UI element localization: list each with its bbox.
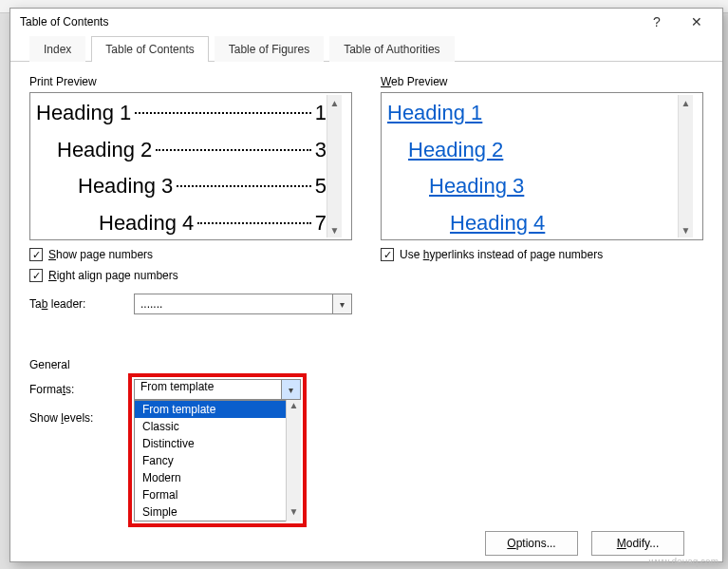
formats-option[interactable]: From template: [135, 401, 300, 418]
right-align-row[interactable]: ✓ Right align page numbers: [29, 269, 352, 282]
chevron-down-icon[interactable]: ▾: [281, 380, 300, 399]
web-link[interactable]: Heading 4: [387, 205, 678, 241]
formats-option[interactable]: Formal: [135, 486, 300, 503]
web-preview-scrollbar[interactable]: ▲▼: [678, 95, 693, 237]
right-align-label: Right align page numbers: [48, 269, 178, 282]
web-link[interactable]: Heading 1: [387, 95, 678, 132]
tab-leader-label: Tab leader:: [29, 297, 124, 311]
tab-leader-combo[interactable]: ....... ▾: [134, 294, 352, 314]
formats-option[interactable]: Fancy: [135, 452, 300, 469]
print-row: Heading 11: [36, 95, 327, 132]
tab-authorities[interactable]: Table of Authorities: [329, 36, 454, 62]
tab-index[interactable]: Index: [29, 36, 85, 62]
use-hyperlinks-checkbox[interactable]: ✓: [381, 248, 394, 261]
tabstrip: Index Table of Contents Table of Figures…: [10, 35, 722, 62]
titlebar: Table of Contents ? ✕: [10, 9, 722, 35]
show-page-numbers-checkbox[interactable]: ✓: [29, 248, 43, 261]
print-preview-box: Heading 11 Heading 23 Heading 35 Heading…: [29, 92, 352, 240]
tab-figures[interactable]: Table of Figures: [215, 36, 324, 62]
print-preview-label: Print Preview: [29, 75, 352, 88]
tab-toc[interactable]: Table of Contents: [91, 36, 208, 62]
show-levels-label: Show levels:: [29, 408, 124, 425]
use-hyperlinks-row[interactable]: ✓ Use hyperlinks instead of page numbers: [381, 248, 703, 261]
close-button[interactable]: ✕: [677, 9, 717, 35]
web-preview-box: Heading 1 Heading 2 Heading 3 Heading 4 …: [381, 92, 703, 240]
web-preview-label: Web Preview: [381, 75, 703, 88]
formats-dropdown[interactable]: From template Classic Distinctive Fancy …: [134, 400, 301, 522]
use-hyperlinks-label: Use hyperlinks instead of page numbers: [400, 248, 603, 261]
web-link[interactable]: Heading 2: [387, 132, 678, 169]
show-page-numbers-label: Show page numbers: [48, 248, 153, 261]
formats-option[interactable]: Classic: [135, 418, 300, 435]
show-page-numbers-row[interactable]: ✓ Show page numbers: [29, 248, 352, 261]
web-link[interactable]: Heading 3: [387, 168, 678, 205]
general-label: General: [29, 358, 703, 371]
formats-label: Formats:: [29, 379, 124, 396]
options-button[interactable]: Options...: [485, 531, 578, 556]
formats-dropdown-scrollbar[interactable]: ▲▼: [286, 400, 301, 522]
right-align-checkbox[interactable]: ✓: [29, 269, 43, 282]
formats-option[interactable]: Simple: [135, 503, 300, 521]
formats-option[interactable]: Modern: [135, 469, 300, 486]
print-preview-scrollbar[interactable]: ▲▼: [327, 95, 342, 237]
watermark: www.deuaq.com: [649, 557, 719, 567]
chevron-down-icon[interactable]: ▾: [332, 294, 351, 313]
modify-button[interactable]: Modify...: [591, 531, 684, 556]
formats-option[interactable]: Distinctive: [135, 435, 300, 452]
formats-combo[interactable]: From template ▾: [134, 379, 301, 400]
help-button[interactable]: ?: [637, 9, 677, 35]
dialog-title: Table of Contents: [20, 15, 637, 28]
toc-dialog: Table of Contents ? ✕ Index Table of Con…: [9, 8, 723, 562]
